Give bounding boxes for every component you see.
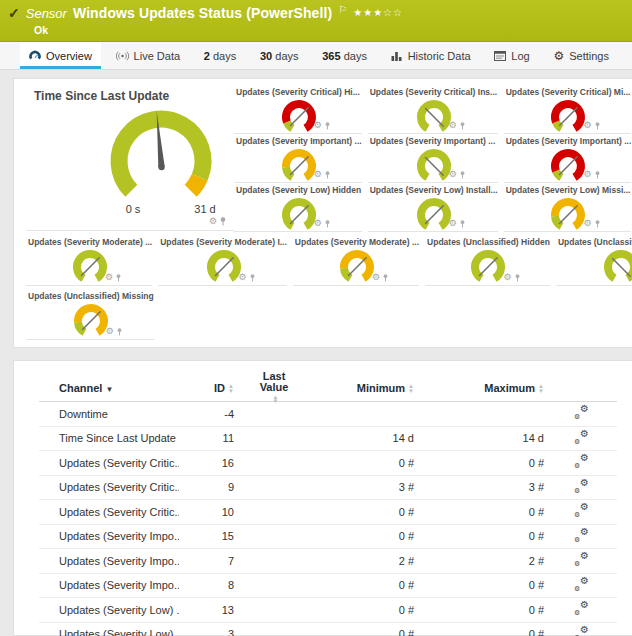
channel-gauge-tile[interactable]: Updates (Unclassified) Hidden⚙ [425,235,550,286]
gauge-settings-gear-icon[interactable]: ⚙ [583,121,591,130]
gauge-pin-icon[interactable] [220,217,226,226]
channel-settings-gears-icon[interactable]: ⚙⚙ [574,406,589,419]
channel-gauge-tile[interactable]: Updates (Severity Low) Hidden⚙ [234,183,362,232]
channel-row[interactable]: Updates (Severity Critic...160 #0 #⚙⚙ [39,451,617,476]
channel-id: 11 [179,432,234,444]
tab-log[interactable]: Log [485,42,538,69]
column-header-minimum[interactable]: Minimum▲▼ [314,382,414,394]
object-kind-label: Sensor [26,6,67,21]
tab-label: Log [511,50,529,62]
channel-gauge-tile[interactable]: Updates (Unclassified) Missing⚙ [26,289,154,340]
gauge-pin-icon[interactable] [515,274,520,282]
gauge-pin-icon[interactable] [117,328,122,336]
channel-gauge-tile[interactable]: Updates (Unclassified) Install...⚙ [556,235,632,286]
channel-row[interactable]: Updates (Severity Impo...72 #2 #⚙⚙ [39,549,617,574]
channel-gauge-tile[interactable]: Updates (Severity Important) ...⚙ [504,134,632,183]
primary-channel-gauge-tile[interactable]: Time Since Last Update 0 s 31 d ⚙ [26,85,234,231]
gauge-pin-icon[interactable] [460,171,465,179]
gauge-pin-icon[interactable] [595,171,600,179]
column-header-last-value[interactable]: Last Value ▲▼ [234,371,314,404]
channel-gauge-tile[interactable]: Updates (Severity Important) ...⚙ [368,134,498,183]
channel-row[interactable]: Downtime-4⚙⚙ [39,402,617,427]
tab-settings[interactable]: ⚙Settings [544,42,618,69]
gauge-pin-icon[interactable] [460,122,465,130]
gauge-settings-gear-icon[interactable]: ⚙ [583,170,591,179]
channel-gauge-tile[interactable]: Updates (Severity Low) Missi...⚙ [504,183,632,232]
channel-settings-gears-icon[interactable]: ⚙⚙ [574,553,589,566]
channel-gauge-tile[interactable]: Updates (Severity Critical) Mi...⚙ [504,85,632,134]
page-title: Windows Updates Status (PowerShell) [73,5,332,21]
column-header-id[interactable]: ID▲▼ [179,382,234,394]
gauge-pin-icon[interactable] [116,274,121,282]
flag-icon[interactable]: ⚐ [338,4,347,15]
gauge-settings-gear-icon[interactable]: ⚙ [209,217,217,226]
gauge-settings-gear-icon[interactable]: ⚙ [105,273,113,282]
tab-label: 30 days [260,50,299,62]
gauge-settings-gear-icon[interactable]: ⚙ [372,273,380,282]
gauge-title: Updates (Severity Moderate) ... [28,237,152,247]
gauge-title: Updates (Severity Low) Install... [370,185,498,195]
gauge-settings-gear-icon[interactable]: ⚙ [583,219,591,228]
channel-row[interactable]: Updates (Severity Critic...93 #3 #⚙⚙ [39,476,617,501]
gauge-title: Updates (Severity Moderate) ... [295,237,419,247]
sort-icon[interactable]: ▲▼ [538,384,544,393]
gauge-settings-gear-icon[interactable]: ⚙ [314,219,322,228]
gauge-pin-icon[interactable] [595,220,600,228]
channel-row[interactable]: Updates (Severity Low) ...30 #0 #⚙⚙ [39,623,617,636]
gauge-pin-icon[interactable] [325,171,330,179]
channel-gauge-tile[interactable]: Updates (Severity Low) Install...⚙ [368,183,498,232]
channel-settings-gears-icon[interactable]: ⚙⚙ [574,627,589,636]
channel-settings-gears-icon[interactable]: ⚙⚙ [574,602,589,615]
tab-historic-data[interactable]: Historic Data [382,42,480,69]
gauge-settings-gear-icon[interactable]: ⚙ [503,273,511,282]
channel-gauge-tile[interactable]: Updates (Severity Important) ...⚙ [234,134,362,183]
gauge-settings-gear-icon[interactable]: ⚙ [449,121,457,130]
tab-30-days[interactable]: 30 days [251,42,308,69]
channel-settings-gears-icon[interactable]: ⚙⚙ [574,480,589,493]
overview-gauge-icon [29,50,41,61]
column-header-channel[interactable]: Channel▼ [39,382,179,394]
channel-maximum: 14 d [414,432,544,444]
channel-row[interactable]: Time Since Last Update1114 d14 d⚙⚙ [39,427,617,452]
channel-gauge-tile[interactable]: Updates (Severity Critical) Hi...⚙ [234,85,362,134]
channel-settings-gears-icon[interactable]: ⚙⚙ [574,431,589,444]
channel-settings-gears-icon[interactable]: ⚙⚙ [574,578,589,591]
gauge-pin-icon[interactable] [250,274,255,282]
gauge-settings-gear-icon[interactable]: ⚙ [106,327,114,336]
channel-settings-gears-icon[interactable]: ⚙⚙ [574,504,589,517]
gauge-settings-gear-icon[interactable]: ⚙ [239,273,247,282]
gauge-pin-icon[interactable] [595,122,600,130]
channel-row[interactable]: Updates (Severity Critic...100 #0 #⚙⚙ [39,500,617,525]
channel-name: Downtime [39,408,179,420]
tab-label: Settings [569,50,609,62]
column-header-maximum[interactable]: Maximum▲▼ [414,382,544,394]
gauge-pin-icon[interactable] [383,274,388,282]
settings-gear-icon: ⚙ [553,50,564,62]
gauge-pin-icon[interactable] [325,122,330,130]
channel-gauge-tile[interactable]: Updates (Severity Moderate) I...⚙ [158,235,287,286]
tab-2-days[interactable]: 2 days [195,42,245,69]
tab-live-data[interactable]: Live Data [107,42,189,69]
gauge-settings-gear-icon[interactable]: ⚙ [449,170,457,179]
channel-settings-gears-icon[interactable]: ⚙⚙ [574,529,589,542]
gauge-pin-icon[interactable] [460,220,465,228]
channel-row[interactable]: Updates (Severity Low) ...130 #0 #⚙⚙ [39,598,617,623]
gauges-panel: Time Since Last Update 0 s 31 d ⚙ Update… [13,78,632,348]
sort-icon[interactable]: ▲▼ [273,395,279,404]
channel-gauge-tile[interactable]: Updates (Severity Moderate) ...⚙ [26,235,152,286]
channel-row[interactable]: Updates (Severity Impo...150 #0 #⚙⚙ [39,525,617,550]
channel-gauge-tile[interactable]: Updates (Severity Critical) Ins...⚙ [368,85,498,134]
channel-maximum: 0 # [414,579,544,591]
channel-settings-gears-icon[interactable]: ⚙⚙ [574,455,589,468]
gauge-settings-gear-icon[interactable]: ⚙ [449,219,457,228]
gauge-settings-gear-icon[interactable]: ⚙ [314,170,322,179]
priority-stars[interactable]: ★★★☆☆ [353,7,403,18]
gauge-title: Updates (Severity Moderate) I... [160,237,287,247]
channel-row[interactable]: Updates (Severity Impo...80 #0 #⚙⚙ [39,574,617,599]
channel-maximum: 0 # [414,506,544,518]
gauge-pin-icon[interactable] [325,220,330,228]
tab-365-days[interactable]: 365 days [313,42,376,69]
channel-gauge-tile[interactable]: Updates (Severity Moderate) ...⚙ [293,235,419,286]
gauge-settings-gear-icon[interactable]: ⚙ [314,121,322,130]
tab-overview[interactable]: Overview [20,42,101,69]
